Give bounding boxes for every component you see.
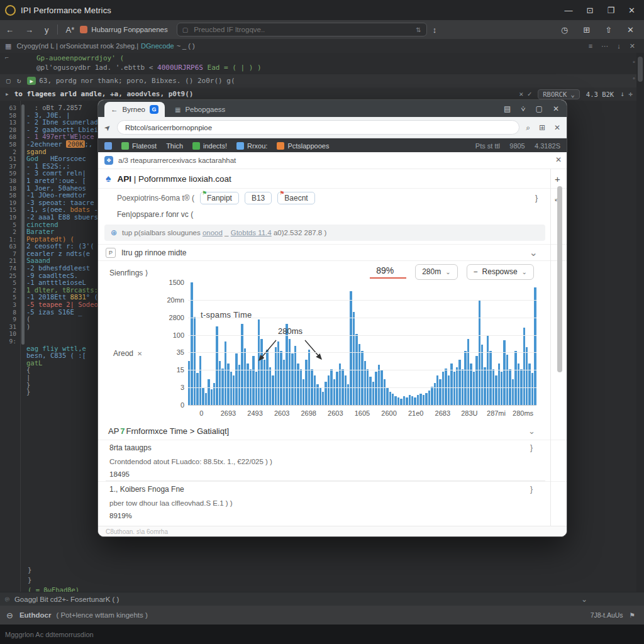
status-app-name[interactable]: Euthdocr [19, 611, 51, 619]
close-tag-icon[interactable]: ✕ [137, 350, 142, 357]
stop-icon[interactable]: ▢ [6, 77, 11, 85]
annotation-dot-icon[interactable]: ◦ [633, 74, 635, 82]
devtools-tab[interactable]: Thich [166, 142, 183, 150]
search-input[interactable] [192, 25, 411, 34]
history-icon[interactable]: ◷ [561, 25, 568, 35]
find-option-icons[interactable]: ✕ ✓ [519, 90, 531, 98]
chart-bar [389, 392, 391, 405]
code-token: -1, s(oee. [26, 206, 70, 213]
structure-icon[interactable]: ≡ [589, 42, 592, 50]
chevron-down-icon[interactable]: ⌄ [528, 426, 535, 436]
terminal-icon[interactable]: ⌾ [5, 596, 9, 604]
devtools-tab[interactable]: Rrxou: [236, 142, 267, 150]
project-icon[interactable]: ▦ [5, 42, 11, 50]
browser-window: ← Byrneo G ▦ Pebopgaess ▤ ⩒ ▢ ✕ ➤ Rbtcol… [97, 99, 567, 537]
close-window-icon[interactable]: ✕ [553, 104, 559, 113]
chart-bar [336, 372, 338, 405]
updown-icon[interactable]: ↕ [433, 25, 437, 35]
find-scope-badge[interactable]: RBORCK ⌄ [538, 89, 580, 99]
close-button[interactable]: ✕ [628, 6, 635, 15]
navigate-icon[interactable]: A* [66, 25, 75, 35]
split-window-icon[interactable]: ⊞ [583, 25, 590, 35]
panel-right-rail: + ⤢ [550, 169, 567, 526]
annotation-dot-icon[interactable]: ◦ [633, 58, 635, 65]
download-icon[interactable]: ↓ [617, 42, 621, 50]
restore-button[interactable]: ❐ [607, 6, 614, 15]
minimize-button[interactable]: — [565, 6, 573, 15]
search-icon[interactable]: ⌕ [526, 123, 530, 132]
chart-bar [394, 396, 396, 405]
stat-value: 18495 [98, 468, 567, 480]
env-chip[interactable]: B13 [245, 192, 272, 204]
caret-icon[interactable]: ▸ [5, 90, 9, 98]
env-chip[interactable]: ⚑Fanpipt [200, 192, 239, 204]
code-token: HEorscoec [38, 155, 86, 162]
add-icon[interactable]: + [555, 174, 560, 184]
branch-icon[interactable]: y [45, 25, 49, 35]
settings-link[interactable]: Sienrfings ⟩ [109, 269, 148, 277]
restore-window-icon[interactable]: ▢ [536, 104, 543, 113]
devtools-tab[interactable] [104, 142, 112, 150]
ms-dropdown[interactable]: 280m ⌄ [415, 264, 457, 280]
chart-section: Sienrfings ⟩ Areod ✕ 89% 280m ⌄ − Respow… [98, 261, 567, 422]
breadcrumb-path[interactable]: Cryogy(nd L | orSonicbrust rook 2sheg.| [16, 42, 138, 50]
extensions-icon[interactable]: ⩒ [521, 104, 525, 113]
chart-bar [303, 379, 304, 405]
find-nav-icons[interactable]: ↓ ✛ [620, 90, 633, 98]
devtools-tab[interactable]: indects! [192, 142, 227, 150]
send-icon[interactable]: ➤ [103, 122, 113, 133]
panel-close-icon[interactable]: ✕ [555, 155, 562, 164]
code-line: Gp-auoeenpowrrdjoy' ( [36, 54, 124, 62]
reader-icon[interactable]: ▤ [504, 104, 511, 113]
close-toolbar-icon[interactable]: ✕ [627, 25, 634, 35]
info-link[interactable]: Gtobtds 11.4 [231, 229, 272, 236]
rerun-icon[interactable]: ↻ [17, 77, 21, 85]
stat-row[interactable]: 1., Koibers Fnoga Fne } [98, 481, 567, 497]
close-breadcrumb-icon[interactable]: ✕ [630, 42, 635, 50]
chevron-down-icon[interactable]: ⌄ [581, 595, 587, 604]
search-box[interactable]: ▢ ⇅ [177, 23, 427, 36]
share-icon[interactable]: ⇧ [605, 25, 612, 35]
chart-bar [199, 356, 201, 405]
devtools-tab[interactable]: Pctslappooes [277, 142, 329, 150]
chart-bar [314, 375, 316, 405]
gridline [188, 370, 536, 370]
tab-inactive[interactable]: ▦ Pebopgaess [165, 102, 235, 117]
x-tick-label: 2600 [375, 409, 402, 417]
tab-back-icon[interactable]: ← [111, 106, 118, 113]
stat-row[interactable]: 8rta taaugps } [98, 440, 567, 455]
response-dropdown[interactable]: − Respowse ⌄ [467, 264, 534, 280]
bookmark-icon[interactable]: ⊞ [539, 123, 545, 132]
line-number: 51 [0, 155, 16, 163]
chevron-down-icon[interactable]: ⌄ [530, 247, 538, 258]
x-tick-label: 0 [188, 409, 215, 417]
app-scrollbar-thumb[interactable] [638, 57, 643, 82]
terminal-text[interactable]: Goaggl Bit cd2+- FosertunarK ( ) [14, 596, 119, 603]
breadcrumb-accent[interactable]: DGnecode [141, 42, 174, 50]
env-chip[interactable]: ⚑Baecnt [277, 192, 314, 204]
info-link[interactable]: onood [203, 229, 223, 236]
area-tag[interactable]: Areod ✕ [113, 349, 142, 358]
tab-active[interactable]: ← Byrneo G [104, 102, 165, 117]
address-field[interactable]: Rbtcol/saricerrbornopnpioe [117, 120, 519, 135]
code-token: ;, [85, 140, 93, 148]
code-token: sgand [26, 148, 47, 155]
more-icon[interactable]: ⋯ [601, 42, 608, 50]
forward-button[interactable]: → [25, 25, 33, 35]
chart-bar [205, 393, 207, 406]
close-address-icon[interactable]: ✕ [554, 123, 560, 132]
run-icon[interactable]: ▶ [27, 77, 36, 85]
devtools-tab[interactable]: Flateost [121, 142, 157, 150]
run-configuration[interactable]: Hubarrug Fonppanenes [80, 26, 167, 33]
line-number: 37 [0, 163, 16, 170]
back-button[interactable]: ← [6, 25, 14, 35]
chart-bar [458, 360, 460, 405]
status-branch-icon[interactable]: ⊖ [6, 611, 13, 620]
app-scrollbar[interactable] [636, 53, 644, 592]
metric-row[interactable]: P Itru gp rinnoe midte ⌄ [98, 244, 567, 261]
section-header[interactable]: AP7 Frnformxce Time > Gatialiqt] ⌄ [98, 422, 567, 440]
panel-scrollbar-thumb[interactable] [557, 186, 562, 372]
fold-icon[interactable]: ⌐ [5, 54, 9, 61]
status-flag-icon[interactable]: ⚑ [630, 611, 635, 619]
settings-button[interactable]: ⊡ [587, 6, 594, 15]
